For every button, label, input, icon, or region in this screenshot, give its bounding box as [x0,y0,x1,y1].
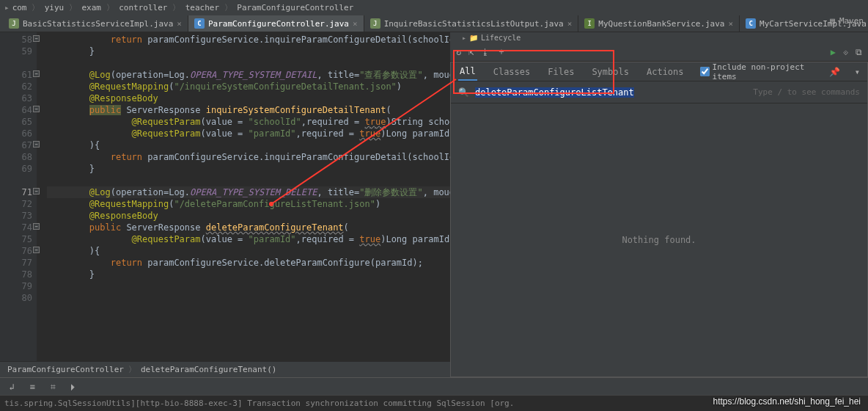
editor-tab[interactable]: IMyQuestionBankService.java× [578,15,740,32]
tab-label: ParamConfigureController.java [208,19,349,29]
close-icon[interactable]: × [567,19,573,29]
tab-symbols[interactable]: Symbols [590,64,630,80]
tab-label: BasicStatisticsServiceImpl.java [23,19,173,29]
se-results: Nothing found. [451,103,867,377]
editor-tab[interactable]: JBasicStatisticsServiceImpl.java× [3,15,188,32]
maven-toolbar: ↻ ⇱ ⭳ ＋ ▶ ⟐ ⧉ [450,43,868,62]
filter-icon[interactable]: ▾ [855,67,860,77]
breadcrumb-item[interactable]: exam [82,3,102,12]
watermark: https://blog.csdn.net/shi_hong_fei_hei [713,396,861,407]
breadcrumb-item[interactable]: teacher [185,3,219,12]
breadcrumb-item[interactable]: controller [119,3,167,12]
gutter: 58−5961−626364−656667−686971−727374−7576… [0,32,37,361]
run-icon[interactable]: ▶ [831,47,836,57]
tab-files[interactable]: Files [546,64,575,80]
file-icon: C [746,18,756,29]
tab-label: InquireBasicStatisticsListOutput.java [384,19,564,29]
reload-icon[interactable]: ↻ [456,47,461,57]
tool-a[interactable]: ↲ [6,381,18,393]
editor-tab[interactable]: JInquireBasicStatisticsListOutput.java× [364,15,579,32]
tabs-overflow[interactable]: ▤ Maven [830,16,864,26]
crumb-method[interactable]: deleteParamConfigureTenant() [141,365,276,374]
tab-actions[interactable]: Actions [645,64,685,80]
skip-icon[interactable]: ⧉ [856,47,862,57]
include-nonproject-checkbox[interactable]: Include non-project items [700,62,814,81]
breadcrumb: ▸ com 〉 yiyu 〉 exam 〉 controller 〉 teach… [0,0,868,15]
se-search-row: 🔍 Type / to see commands [451,81,867,103]
maven-tree[interactable]: ▸📁Lifecycle [450,32,868,43]
editor-tab[interactable]: CParamConfigureController.java× [188,15,364,32]
file-icon: C [194,18,205,29]
tool-c[interactable]: ⌗ [47,381,59,393]
breadcrumb-bottom: ParamConfigureController 〉 deleteParamCo… [0,361,450,377]
maven-label[interactable]: Maven [839,16,864,26]
close-icon[interactable]: × [177,19,182,29]
breadcrumb-item[interactable]: com [12,3,27,12]
tab-label: MyQuestionBankService.java [598,19,724,29]
file-icon: I [584,18,595,29]
bottom-toolbar: ↲ ≡ ⌗ ⏵ [0,377,868,395]
search-input[interactable] [475,87,747,98]
pin-icon[interactable]: 📌 [829,67,840,77]
close-icon[interactable]: × [728,19,733,29]
crumb-class[interactable]: ParamConfigureController [7,365,124,374]
code[interactable]: return paramConfigureService.inquirePara… [37,32,450,361]
debug-icon[interactable]: ⟐ [843,47,848,57]
se-tabs: All Classes Files Symbols Actions Includ… [451,62,867,81]
tabs-list-icon[interactable]: ▤ [830,16,835,26]
tab-all[interactable]: All [458,63,477,81]
tool-b[interactable]: ≡ [26,381,38,393]
editor-tabs: JBasicStatisticsServiceImpl.java×CParamC… [0,15,868,32]
file-icon: J [9,18,19,29]
search-everywhere-popup: All Classes Files Symbols Actions Includ… [450,62,868,377]
tool-d[interactable]: ⏵ [67,381,79,393]
close-icon[interactable]: × [353,19,358,29]
tab-classes[interactable]: Classes [492,64,532,80]
add-icon[interactable]: ＋ [497,46,506,58]
search-icon: 🔍 [458,87,469,98]
folder-icon: ▸ [4,3,10,12]
collapse-icon[interactable]: ⇱ [468,47,474,57]
breadcrumb-item[interactable]: yiyu [45,3,65,12]
file-icon: J [370,18,380,29]
breadcrumb-item[interactable]: ParamConfigureController [237,3,353,12]
search-hint: Type / to see commands [753,87,860,97]
nothing-found-label: Nothing found. [622,235,696,245]
download-icon[interactable]: ⭳ [481,47,490,57]
